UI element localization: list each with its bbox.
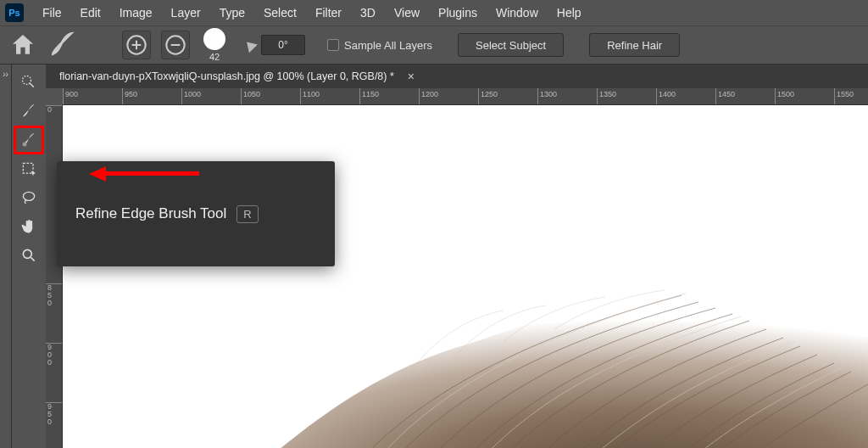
brush-angle[interactable]: 0° (244, 35, 305, 55)
menu-view[interactable]: View (386, 3, 428, 23)
panel-gutter[interactable]: ›› (0, 64, 12, 448)
subtract-from-selection-icon[interactable] (161, 31, 190, 59)
refine-edge-brush-tool[interactable] (14, 126, 44, 154)
svg-point-3 (23, 143, 27, 147)
tooltip-label: Refine Edge Brush Tool (75, 205, 226, 222)
zoom-tool[interactable] (14, 241, 44, 270)
lasso-tool[interactable] (14, 183, 44, 212)
menu-image[interactable]: Image (111, 3, 161, 23)
ruler-tick: 950 (46, 402, 63, 426)
menu-file[interactable]: File (34, 3, 70, 23)
add-to-selection-icon[interactable] (122, 31, 151, 59)
ruler-tick: 1000 (181, 88, 201, 105)
menu-filter[interactable]: Filter (307, 3, 350, 23)
ruler-tick: 850 (46, 283, 63, 307)
hand-tool[interactable] (14, 212, 44, 241)
ruler-vertical[interactable]: 0 850 900 950 (46, 105, 63, 448)
canvas[interactable] (63, 105, 868, 448)
ruler-tick: 1500 (775, 88, 794, 105)
ruler-tick: 950 (122, 88, 137, 105)
sample-all-layers-checkbox[interactable]: Sample All Layers (327, 39, 432, 52)
tool-tooltip: Refine Edge Brush Tool R (57, 161, 335, 266)
angle-input[interactable]: 0° (261, 35, 305, 55)
ruler-tick: 1400 (656, 88, 676, 105)
brush-preview-icon (203, 28, 225, 50)
marquee-tool[interactable] (14, 154, 44, 183)
ruler-tick: 1350 (597, 88, 616, 105)
checkbox-icon (327, 39, 339, 51)
app-logo: Ps (5, 3, 24, 22)
brush-tool[interactable] (14, 97, 44, 126)
menu-select[interactable]: Select (255, 3, 305, 23)
ruler-horizontal[interactable]: 900 950 1000 1050 1100 1150 1200 1250 13… (63, 88, 868, 105)
ruler-tick: 1050 (241, 88, 260, 105)
menu-help[interactable]: Help (548, 3, 590, 23)
menu-type[interactable]: Type (211, 3, 253, 23)
ruler-tick: 0 (46, 105, 63, 114)
brush-size-value: 42 (209, 52, 220, 62)
ruler-tick: 1200 (419, 88, 438, 105)
menu-layer[interactable]: Layer (163, 3, 209, 23)
document-tab[interactable]: florian-van-duyn-pXToxwjqliQ-unsplash.jp… (59, 70, 415, 83)
menu-edit[interactable]: Edit (72, 3, 109, 23)
ruler-tick: 1150 (359, 88, 379, 105)
menu-window[interactable]: Window (487, 3, 547, 23)
svg-point-5 (23, 192, 34, 200)
menu-bar: Ps File Edit Image Layer Type Select Fil… (0, 0, 868, 25)
angle-icon (242, 37, 258, 53)
canvas-row: 0 850 900 950 (46, 105, 868, 448)
ruler-tick: 1450 (715, 88, 735, 105)
sample-all-layers-label: Sample All Layers (344, 39, 432, 52)
document-tab-title: florian-van-duyn-pXToxwjqliQ-unsplash.jp… (59, 70, 394, 82)
home-icon[interactable] (8, 31, 37, 59)
svg-point-6 (23, 249, 31, 258)
brush-tool-preset-icon[interactable] (47, 31, 76, 59)
document-tabs: florian-van-duyn-pXToxwjqliQ-unsplash.jp… (46, 64, 868, 88)
quick-select-tool[interactable] (14, 68, 44, 97)
menu-3d[interactable]: 3D (352, 3, 384, 23)
canvas-image (241, 202, 868, 448)
close-icon[interactable]: × (408, 70, 415, 83)
ruler-tick: 1250 (478, 88, 498, 105)
ruler-tick: 1100 (300, 88, 320, 105)
ruler-tick: 1300 (537, 88, 557, 105)
ruler-tick: 900 (46, 343, 63, 367)
options-bar: 42 0° Sample All Layers Select Subject R… (0, 25, 868, 64)
ruler-tick: 900 (63, 88, 78, 105)
tooltip-shortcut: R (236, 205, 258, 223)
ruler-tick: 1550 (834, 88, 854, 105)
expand-icon: ›› (3, 70, 8, 79)
select-subject-button[interactable]: Select Subject (458, 33, 564, 57)
menu-plugins[interactable]: Plugins (430, 3, 486, 23)
tool-panel (12, 64, 46, 448)
refine-hair-button[interactable]: Refine Hair (589, 33, 680, 57)
brush-size-picker[interactable]: 42 (203, 28, 225, 62)
